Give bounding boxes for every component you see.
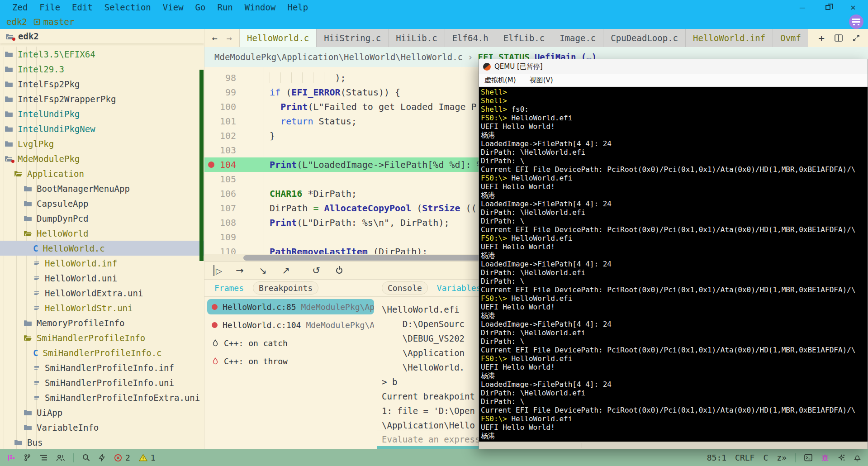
minimize-button[interactable]: — <box>797 2 807 12</box>
tree-item-smihandlerprofileinfo.uni[interactable]: SmiHandlerProfileInfo.uni <box>0 375 204 390</box>
step-into-button[interactable]: ↘ <box>257 265 268 276</box>
line-ending[interactable]: CRLF <box>735 453 754 462</box>
bug-icon[interactable] <box>821 454 829 461</box>
qemu-titlebar[interactable]: QEMU [已暂停] <box>479 59 868 74</box>
warning-icon[interactable] <box>139 454 147 461</box>
tree-item-helloworld[interactable]: HelloWorld <box>0 226 204 241</box>
maximize-button[interactable] <box>823 2 833 12</box>
line-number[interactable]: 98 <box>204 71 236 85</box>
line-number[interactable]: 106 <box>204 186 236 201</box>
line-number[interactable]: 109 <box>204 230 236 244</box>
tree-item-intelundipkg[interactable]: IntelUndiPkg <box>0 106 204 121</box>
tree-item-intelundipkgnew[interactable]: IntelUndiPkgNew <box>0 121 204 136</box>
zeta-indicator[interactable]: z» <box>777 453 787 462</box>
people-icon[interactable] <box>56 454 65 461</box>
line-number[interactable]: 102 <box>204 128 236 143</box>
sidebar-scrollbar[interactable] <box>199 70 204 261</box>
search-icon[interactable] <box>82 454 90 461</box>
menu-item-edit[interactable]: Edit <box>66 2 99 12</box>
bell-icon[interactable] <box>854 454 861 461</box>
project-root[interactable]: edk2 <box>0 29 204 43</box>
tree-item-bootmanagermenuapp[interactable]: BootManagerMenuApp <box>0 181 204 196</box>
line-number[interactable]: 100 <box>204 100 236 114</box>
error-icon[interactable] <box>114 454 122 462</box>
tree-item-uiapp[interactable]: UiApp <box>0 405 204 420</box>
tree-item-helloworld.uni[interactable]: HelloWorld.uni <box>0 271 204 285</box>
cursor-position[interactable]: 85:1 <box>707 453 726 462</box>
line-number[interactable]: 108 <box>204 215 236 230</box>
tree-item-capsuleapp[interactable]: CapsuleApp <box>0 196 204 211</box>
breakpoint-row[interactable]: HelloWorld.c:104MdeModulePkg\Applica <box>207 317 374 333</box>
tree-item-intelfsp2wrapperpkg[interactable]: IntelFsp2WrapperPkg <box>0 91 204 106</box>
line-number[interactable]: 99 <box>204 85 236 100</box>
forward-button[interactable]: → <box>227 33 232 43</box>
zap-icon[interactable] <box>99 454 105 461</box>
tree-item-memoryprofileinfo[interactable]: MemoryProfileInfo <box>0 315 204 330</box>
tab-hiistring.c[interactable]: HiiString.c <box>317 29 389 47</box>
tree-item-bus[interactable]: Bus <box>0 435 204 449</box>
breakpoint-row[interactable]: HelloWorld.c:85MdeModulePkg\Applicat <box>207 299 374 314</box>
panel-tab-console[interactable]: Console <box>382 281 428 295</box>
tree-item-helloworld.inf[interactable]: HelloWorld.inf <box>0 256 204 271</box>
close-button[interactable]: × <box>848 2 858 12</box>
tab-hiilib.c[interactable]: HiiLib.c <box>389 29 445 47</box>
line-number[interactable]: 101 <box>204 114 236 128</box>
qemu-window[interactable]: QEMU [已暂停] 虚拟机(M)视图(V) Shell> Shell> She… <box>479 59 868 449</box>
tab-image.c[interactable]: Image.c <box>552 29 603 47</box>
menu-item-window[interactable]: Window <box>239 2 282 12</box>
menu-item-zed[interactable]: Zed <box>6 2 33 12</box>
menu-item-help[interactable]: Help <box>281 2 314 12</box>
language-selector[interactable]: C <box>763 453 768 462</box>
tree-item-intelfsp2pkg[interactable]: IntelFsp2Pkg <box>0 76 204 91</box>
tree-item-dumpdynpcd[interactable]: DumpDynPcd <box>0 211 204 226</box>
line-number[interactable]: 107 <box>204 201 236 215</box>
breakpoint-row[interactable]: C++: on catch <box>207 335 374 351</box>
split-pane-icon[interactable] <box>835 34 843 42</box>
git-branch[interactable]: master <box>33 17 75 27</box>
tree-item-lvglpkg[interactable]: LvglPkg <box>0 136 204 151</box>
step-over-button[interactable]: → <box>234 265 245 276</box>
tree-item-smihandlerprofileinfo.inf[interactable]: SmiHandlerProfileInfo.inf <box>0 360 204 375</box>
stop-button[interactable] <box>334 265 345 276</box>
tab-ovmf[interactable]: Ovmf <box>773 29 808 47</box>
breakpoint-icon[interactable] <box>208 162 214 168</box>
tree-item-helloworldstr.uni[interactable]: HelloWorldStr.uni <box>0 300 204 315</box>
panel-tab-breakpoints[interactable]: Breakpoints <box>253 281 318 295</box>
zoom-pane-icon[interactable] <box>853 34 860 42</box>
restart-button[interactable]: ↺ <box>311 265 322 276</box>
tree-item-mdemodulepkg[interactable]: MdeModulePkg <box>0 151 204 166</box>
tab-helloworld.c[interactable]: HelloWorld.c <box>240 29 317 47</box>
qemu-menu-item[interactable]: 虚拟机(M) <box>484 76 516 85</box>
tree-item-application[interactable]: Application <box>0 166 204 181</box>
back-button[interactable]: ← <box>212 33 217 43</box>
breakpoint-row[interactable]: C++: on throw <box>207 353 374 369</box>
project-name[interactable]: edk2 <box>6 17 27 27</box>
menu-item-view[interactable]: View <box>157 2 190 12</box>
tab-helloworld.inf[interactable]: HelloWorld.inf <box>686 29 773 47</box>
new-tab-button[interactable]: + <box>818 32 825 44</box>
qemu-terminal[interactable]: Shell> Shell> Shell> fs0:FS0:\> HelloWor… <box>479 87 868 442</box>
line-number[interactable]: 110 <box>204 244 236 254</box>
outline-icon[interactable] <box>40 454 47 461</box>
sparkle-icon[interactable] <box>838 454 845 461</box>
tree-item-intel29.3[interactable]: Intel29.3 <box>0 62 204 76</box>
menu-item-go[interactable]: Go <box>190 2 212 12</box>
line-number[interactable]: 105 <box>204 172 236 186</box>
panel-icon[interactable] <box>7 454 15 461</box>
qemu-menu-item[interactable]: 视图(V) <box>530 76 553 85</box>
tree-item-smihandlerprofileinfoextra.uni[interactable]: SmiHandlerProfileInfoExtra.uni <box>0 390 204 405</box>
tab-elflib.c[interactable]: ElfLib.c <box>496 29 553 47</box>
menu-item-selection[interactable]: Selection <box>99 2 157 12</box>
avatar[interactable] <box>849 14 863 29</box>
line-number[interactable]: 103 <box>204 143 236 157</box>
menu-item-run[interactable]: Run <box>211 2 238 12</box>
terminal-icon[interactable] <box>804 454 812 461</box>
tree-item-smihandlerprofileinfo[interactable]: SmiHandlerProfileInfo <box>0 330 204 345</box>
tree-item-helloworld.c[interactable]: CHelloWorld.c <box>0 241 204 256</box>
tree-item-helloworldextra.uni[interactable]: HelloWorldExtra.uni <box>0 285 204 300</box>
panel-tab-frames[interactable]: Frames <box>209 282 249 294</box>
step-out-button[interactable]: ↗ <box>280 265 291 276</box>
continue-button[interactable]: ▷ <box>213 265 222 276</box>
menu-item-file[interactable]: File <box>33 2 66 12</box>
tree-item-intel3.5-efix64[interactable]: Intel3.5\EFIX64 <box>0 47 204 62</box>
